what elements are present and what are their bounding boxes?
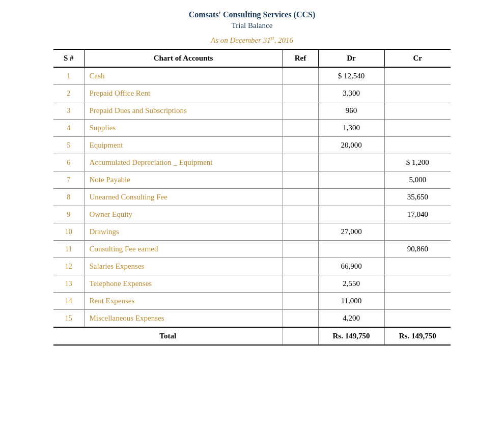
cell-dr xyxy=(318,206,384,223)
cell-cr xyxy=(384,293,451,310)
table-row: 8Unearned Consulting Fee35,650 xyxy=(53,189,451,206)
cell-account: Note Payable xyxy=(84,171,283,189)
cell-account: Cash xyxy=(84,67,283,85)
table-row: 15Miscellaneous Expenses4,200 xyxy=(53,310,451,328)
footer-label: Total xyxy=(53,327,283,345)
cell-sno: 5 xyxy=(53,137,84,154)
cell-account: Rent Expenses xyxy=(84,293,283,310)
cell-cr xyxy=(384,275,451,293)
cell-account: Supplies xyxy=(84,120,283,137)
cell-dr: 27,000 xyxy=(318,223,384,241)
cell-dr xyxy=(318,189,384,206)
cell-ref xyxy=(283,310,318,328)
cell-account: Accumulated Depreciation _ Equipment xyxy=(84,154,283,171)
cell-dr: 2,550 xyxy=(318,275,384,293)
cell-dr: $ 12,540 xyxy=(318,67,384,85)
cell-ref xyxy=(283,258,318,275)
table-row: 2Prepaid Office Rent3,300 xyxy=(53,85,451,102)
cell-dr: 66,900 xyxy=(318,258,384,275)
cell-dr xyxy=(318,241,384,258)
cell-dr xyxy=(318,154,384,171)
cell-account: Equipment xyxy=(84,137,283,154)
cell-sno: 12 xyxy=(53,258,84,275)
cell-sno: 15 xyxy=(53,310,84,328)
cell-cr: 5,000 xyxy=(384,171,451,189)
table-row: 11Consulting Fee earned90,860 xyxy=(53,241,451,258)
date-year: , 2016 xyxy=(274,36,294,44)
table-row: 4Supplies1,300 xyxy=(53,120,451,137)
cell-cr xyxy=(384,67,451,85)
col-header-accounts: Chart of Accounts xyxy=(84,49,283,67)
cell-cr: 35,650 xyxy=(384,189,451,206)
cell-account: Prepaid Office Rent xyxy=(84,85,283,102)
company-title: Comsats' Consulting Services (CCS) xyxy=(53,10,451,19)
table-header-row: S # Chart of Accounts Ref Dr Cr xyxy=(53,49,451,67)
cell-cr xyxy=(384,120,451,137)
cell-cr xyxy=(384,137,451,154)
cell-sno: 7 xyxy=(53,171,84,189)
table-footer-row: Total Rs. 149,750 Rs. 149,750 xyxy=(53,327,451,345)
cell-sno: 8 xyxy=(53,189,84,206)
cell-ref xyxy=(283,67,318,85)
table-row: 10Drawings27,000 xyxy=(53,223,451,241)
cell-ref xyxy=(283,189,318,206)
table-row: 14Rent Expenses11,000 xyxy=(53,293,451,310)
cell-dr xyxy=(318,171,384,189)
cell-dr: 4,200 xyxy=(318,310,384,328)
cell-sno: 9 xyxy=(53,206,84,223)
cell-dr: 1,300 xyxy=(318,120,384,137)
col-header-sno: S # xyxy=(53,49,84,67)
cell-ref xyxy=(283,171,318,189)
cell-ref xyxy=(283,206,318,223)
footer-dr-total: Rs. 149,750 xyxy=(318,327,384,345)
cell-dr: 3,300 xyxy=(318,85,384,102)
footer-cr-total: Rs. 149,750 xyxy=(384,327,451,345)
cell-account: Consulting Fee earned xyxy=(84,241,283,258)
table-row: 13Telephone Expenses2,550 xyxy=(53,275,451,293)
table-row: 9Owner Equity17,040 xyxy=(53,206,451,223)
cell-sno: 14 xyxy=(53,293,84,310)
cell-sno: 2 xyxy=(53,85,84,102)
footer-ref-empty xyxy=(283,327,318,345)
cell-account: Salaries Expenses xyxy=(84,258,283,275)
table-row: 12Salaries Expenses66,900 xyxy=(53,258,451,275)
cell-ref xyxy=(283,275,318,293)
date-text: As on December 31 xyxy=(211,36,271,44)
cell-account: Owner Equity xyxy=(84,206,283,223)
cell-ref xyxy=(283,293,318,310)
cell-account: Miscellaneous Expenses xyxy=(84,310,283,328)
cell-dr: 960 xyxy=(318,102,384,120)
report-title: Trial Balance xyxy=(53,21,451,30)
date-line: As on December 31st, 2016 xyxy=(53,35,451,45)
cell-dr: 11,000 xyxy=(318,293,384,310)
cell-cr xyxy=(384,85,451,102)
cell-cr: 90,860 xyxy=(384,241,451,258)
table-row: 5Equipment20,000 xyxy=(53,137,451,154)
col-header-dr: Dr xyxy=(318,49,384,67)
cell-ref xyxy=(283,154,318,171)
cell-sno: 11 xyxy=(53,241,84,258)
cell-ref xyxy=(283,102,318,120)
cell-sno: 1 xyxy=(53,67,84,85)
cell-sno: 4 xyxy=(53,120,84,137)
trial-balance-table: S # Chart of Accounts Ref Dr Cr 1Cash$ 1… xyxy=(53,49,451,346)
cell-account: Drawings xyxy=(84,223,283,241)
page-container: Comsats' Consulting Services (CCS) Trial… xyxy=(53,10,451,346)
cell-account: Unearned Consulting Fee xyxy=(84,189,283,206)
table-row: 7Note Payable5,000 xyxy=(53,171,451,189)
cell-cr xyxy=(384,258,451,275)
cell-sno: 10 xyxy=(53,223,84,241)
table-row: 3Prepaid Dues and Subscriptions960 xyxy=(53,102,451,120)
col-header-cr: Cr xyxy=(384,49,451,67)
table-row: 1Cash$ 12,540 xyxy=(53,67,451,85)
cell-account: Telephone Expenses xyxy=(84,275,283,293)
cell-ref xyxy=(283,241,318,258)
cell-cr: 17,040 xyxy=(384,206,451,223)
cell-cr: $ 1,200 xyxy=(384,154,451,171)
cell-ref xyxy=(283,137,318,154)
cell-sno: 13 xyxy=(53,275,84,293)
cell-dr: 20,000 xyxy=(318,137,384,154)
col-header-ref: Ref xyxy=(283,49,318,67)
cell-cr xyxy=(384,102,451,120)
date-sup: st xyxy=(271,35,274,41)
